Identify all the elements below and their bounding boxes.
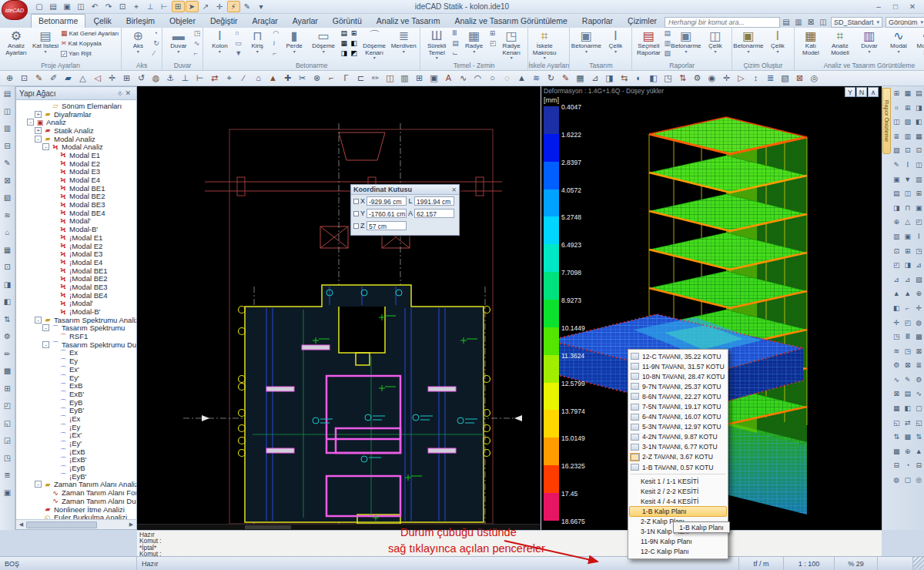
panel-tool-icon[interactable]: ◔ xyxy=(902,461,912,471)
panel-tool-icon[interactable]: ▢ xyxy=(914,404,924,414)
modal-view-button[interactable]: ∿Modal▾ xyxy=(885,28,912,61)
panel-tool-icon[interactable]: ▧ xyxy=(902,117,912,127)
ribbon-mini-tool[interactable]: ⊞ xyxy=(490,28,497,39)
view-button-n[interactable]: N xyxy=(856,87,867,97)
tool-icon[interactable]: ▥ xyxy=(397,72,412,85)
tool-icon[interactable]: ▲ xyxy=(266,72,280,85)
tab-objeler[interactable]: Objeler xyxy=(162,15,203,28)
coordinate-value-y[interactable]: -1760.61 cm xyxy=(367,209,407,218)
panel-tool-icon[interactable]: ◫ xyxy=(892,117,902,127)
coordinate-value-a[interactable]: 62.157 xyxy=(414,209,454,218)
tab-g-r-nt[interactable]: Görüntü xyxy=(326,15,369,28)
panel-tool-icon[interactable]: ◧ xyxy=(892,303,902,314)
tool-icon[interactable]: ⊥ xyxy=(178,72,192,85)
tool-icon[interactable]: ▧ xyxy=(778,72,792,85)
panel-tool-icon[interactable]: ∿ xyxy=(914,389,924,399)
tool-icon[interactable]: ○ xyxy=(485,72,500,85)
axis-button[interactable]: ⊕Aks▾ xyxy=(124,28,152,61)
panel-tool-icon[interactable]: ▣ xyxy=(902,232,912,242)
cad-plan-viewport[interactable] xyxy=(137,86,541,530)
panel-tool-icon[interactable]: ⊿ xyxy=(914,260,924,270)
undo-icon[interactable]: ↶ xyxy=(89,1,102,12)
panel-tool-icon[interactable]: ✎ xyxy=(892,160,902,170)
menu-item-12-c-tavani-35-22-kotu[interactable]: 12-C TAVANI, 35.22 KOTU xyxy=(628,351,728,361)
panel-tool-icon[interactable]: ◎ xyxy=(914,475,924,485)
tab-analiz-ve-tasar-m[interactable]: Analiz ve Tasarım xyxy=(370,15,447,28)
panel-tool-icon[interactable]: Ⅰ xyxy=(902,160,912,170)
panel-tool-icon[interactable]: △ xyxy=(902,217,912,227)
ribbon-mini-tool[interactable]: ↻ xyxy=(153,39,159,49)
panel-tool-icon[interactable]: ◳ xyxy=(892,332,902,342)
tree-item-modal-be2[interactable]: Ϟ¡Modal BE2 xyxy=(16,274,136,283)
menu-item-10-8n-tavani-28-47-kotu[interactable]: 10-8N TAVANI, 28.47 KOTU xyxy=(628,371,728,381)
report-preview-tab[interactable]: Rapor Önizleme xyxy=(882,88,891,154)
osnap-icon[interactable]: ⚡ xyxy=(227,1,240,12)
panel-tool-icon[interactable]: ▦ xyxy=(2,244,14,256)
coordinate-value-z[interactable]: 57 cm xyxy=(367,221,407,230)
tree-item-modal-be1[interactable]: ϞModal BE1 xyxy=(16,184,136,193)
tool-icon[interactable]: ↕ xyxy=(748,72,763,85)
panel-tool-icon[interactable]: ◱ xyxy=(892,418,902,428)
save-all-icon[interactable]: ◫ xyxy=(75,1,88,12)
moment-33-button[interactable]: ◠Moment 3-3▾ xyxy=(914,28,924,61)
ribbon-mini-tool[interactable]: ≀ xyxy=(273,39,279,49)
ribbon-mini-tool[interactable]: ◔ xyxy=(153,28,159,39)
pin-icon[interactable]: ⎀ xyxy=(117,89,125,97)
panel-tool-icon[interactable]: ✎ xyxy=(2,157,14,169)
tree-item-s-n-m-elemanlar[interactable]: ▱Sönüm Elemanları xyxy=(16,102,136,110)
resize-grip[interactable] xyxy=(913,557,924,570)
tree-item-modal[interactable]: ϞModal' xyxy=(16,217,136,226)
panel-tool-icon[interactable]: ⊞ xyxy=(2,383,14,395)
panel-tool-icon[interactable]: ▣ xyxy=(892,175,902,185)
tree-expander-icon[interactable]: - xyxy=(27,119,34,126)
tool-icon[interactable]: ◌ xyxy=(500,72,514,85)
snap-mid-icon[interactable]: ⊢ xyxy=(158,1,171,12)
scrollbar-thumb[interactable] xyxy=(26,521,97,528)
panel-tool-icon[interactable]: ⚙ xyxy=(914,375,924,385)
scroll-left-icon[interactable]: ◀ xyxy=(16,521,26,528)
run-icon[interactable]: ✎ xyxy=(241,1,254,12)
panel-tool-icon[interactable]: ▩ xyxy=(914,332,924,342)
tool-icon[interactable]: ✚ xyxy=(280,72,295,85)
tree-expander-icon[interactable]: - xyxy=(35,481,42,488)
tool-icon[interactable]: ⊿ xyxy=(588,72,602,85)
tree-item-eyb[interactable]: ⌒EyB xyxy=(16,398,136,407)
tree-item-modal-be2[interactable]: ϞModal BE2 xyxy=(16,193,136,201)
tree-item-modal-e4[interactable]: Ϟ¡Modal E4 xyxy=(16,258,136,267)
tool-icon[interactable]: ◉ xyxy=(705,72,719,85)
tool-icon[interactable]: ⊕ xyxy=(2,72,17,85)
snap-near-icon[interactable]: ↗ xyxy=(199,1,213,12)
screenshot-icon[interactable]: ⊡ xyxy=(116,1,129,12)
tool-icon[interactable]: ✏ xyxy=(368,72,383,85)
tool-icon[interactable]: ⌐ xyxy=(324,72,339,85)
panel-tool-icon[interactable]: ◫ xyxy=(902,189,912,199)
layer-book2-icon[interactable]: ▥ xyxy=(792,17,805,28)
selective-reports-button[interactable]: ▤Seçmeli Raporlar xyxy=(634,28,662,61)
panel-tool-icon[interactable]: ⊞ xyxy=(892,89,902,99)
panel-tool-icon[interactable]: ≣ xyxy=(914,360,924,370)
tab-raporlar[interactable]: Raporlar xyxy=(575,15,620,28)
new-view-icon[interactable]: ◫ xyxy=(817,17,829,28)
layer-book-icon[interactable]: ▤ xyxy=(780,17,792,28)
tab-birle-im[interactable]: Birleşim xyxy=(119,15,162,28)
tree-item-zaman-tan-m-alan-duru[interactable]: ∿Zaman Tanım Alanı Duru xyxy=(16,497,136,505)
tool-icon[interactable]: ⚓ xyxy=(163,72,178,85)
tool-icon[interactable]: ✎ xyxy=(558,72,573,85)
concrete-design-button[interactable]: ▣Betonarme▾ xyxy=(572,28,600,61)
ribbon-mini-tool[interactable]: ∿ xyxy=(194,39,201,49)
panel-tool-icon[interactable]: ✏ xyxy=(2,348,14,360)
panel-tool-icon[interactable]: ⇅ xyxy=(892,432,902,442)
slab-edge-button[interactable]: ⌒Döşeme Kenarı▾ xyxy=(360,28,388,61)
snap-ortho-icon[interactable]: ✛ xyxy=(213,1,226,12)
tree-item-ey[interactable]: ⌒¡Ey' xyxy=(16,439,136,448)
tab-ara-lar[interactable]: Araçlar xyxy=(246,15,285,28)
ribbon-mini-tool[interactable]: ▥ xyxy=(664,39,671,49)
command-search-input[interactable] xyxy=(665,17,780,28)
tree-expander-icon[interactable]: - xyxy=(42,341,49,348)
tree-item-modal-e2[interactable]: Ϟ¡Modal E2 xyxy=(16,242,136,250)
coordinate-value-x[interactable]: -929.96 cm xyxy=(367,196,407,206)
tree-item-zaman-tan-m-alan-analizi[interactable]: -▰Zaman Tanım Alanı Analizi xyxy=(16,481,136,489)
tool-icon[interactable]: ◠ xyxy=(470,72,485,85)
beam-button[interactable]: ⊓Kiriş▾ xyxy=(243,28,271,61)
tree-item-analiz[interactable]: -▣Analiz xyxy=(16,118,136,126)
